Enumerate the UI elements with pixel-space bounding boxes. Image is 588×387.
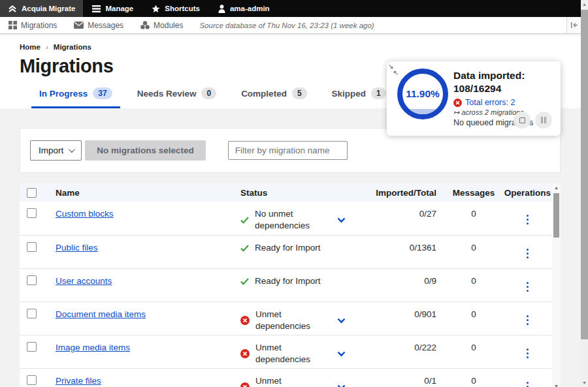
secondary-toolbar: Migrations Messages Modules Source datab… — [0, 17, 581, 34]
pause-import-button[interactable] — [535, 112, 552, 129]
migration-name-link[interactable]: Document media items — [56, 309, 146, 319]
row-checkbox[interactable] — [27, 309, 37, 318]
filter-migration-input[interactable] — [228, 141, 348, 160]
resize-arrow-up-left-icon: ↖ — [393, 70, 399, 76]
tab[interactable]: Needs Review 0 — [129, 87, 224, 108]
table-scrollbar[interactable]: ▲ ▼ — [552, 183, 561, 387]
scroll-up-arrow-icon[interactable]: ▲ — [552, 185, 561, 190]
import-dropdown-button[interactable]: Import — [30, 140, 82, 161]
tab-count-badge: 1 — [371, 87, 386, 99]
grid-icon — [8, 21, 17, 29]
table-scrollbar-thumb[interactable] — [553, 193, 559, 238]
toolbar-item-migrations[interactable]: Migrations — [0, 17, 65, 33]
status-text: Unmet dependencies — [255, 309, 331, 332]
toolbar-item-label: Modules — [154, 21, 183, 30]
row-checkbox[interactable] — [27, 375, 37, 385]
brand-acquia-migrate[interactable]: Acquia Migrate — [0, 0, 83, 17]
status-check-icon — [240, 245, 249, 252]
table-row: Private files Unmet dependencies 0/1 0 — [20, 368, 552, 387]
brand-label: Acquia Migrate — [22, 5, 75, 12]
tab-label: In Progress — [39, 89, 88, 99]
progress-ring: 11.90% — [397, 69, 448, 119]
migration-name-link[interactable]: User accounts — [56, 276, 112, 286]
kebab-menu-icon[interactable] — [523, 314, 533, 327]
expand-chevron-icon[interactable] — [337, 318, 346, 324]
messages-count: 0 — [444, 375, 503, 387]
pause-icon — [541, 117, 547, 123]
status-error-icon — [240, 349, 250, 358]
row-checkbox[interactable] — [27, 208, 37, 218]
scroll-down-arrow-icon[interactable]: ▼ — [552, 384, 561, 387]
imported-total-value: 0/901 — [356, 309, 444, 320]
messages-count: 0 — [444, 208, 503, 220]
admin-menu-user[interactable]: ama-admin — [209, 0, 279, 17]
tab-count-badge: 5 — [292, 87, 307, 99]
tab-label: Needs Review — [137, 89, 197, 99]
window-scrollbar-thumb[interactable] — [581, 10, 588, 339]
tab[interactable]: Skipped 1 — [324, 87, 394, 108]
admin-menu-shortcuts[interactable]: Shortcuts — [142, 0, 209, 17]
breadcrumb-migrations[interactable]: Migrations — [54, 43, 91, 51]
scroll-up-arrow-icon[interactable]: ▲ — [581, 2, 588, 7]
row-checkbox[interactable] — [27, 242, 37, 252]
select-all-checkbox[interactable] — [27, 188, 37, 198]
scroll-down-arrow-icon[interactable]: ▼ — [581, 380, 588, 385]
admin-menu-label: ama-admin — [230, 5, 270, 12]
status-check-icon — [240, 217, 249, 224]
messages-count: 0 — [444, 242, 503, 254]
modules-icon — [140, 21, 150, 29]
envelope-icon — [74, 22, 84, 29]
tab[interactable]: In Progress 37 — [31, 87, 120, 108]
import-button-label: Import — [39, 146, 63, 155]
breadcrumb-home[interactable]: Home — [20, 43, 41, 51]
selection-status-button[interactable]: No migrations selected — [85, 140, 206, 161]
admin-bar: Acquia Migrate Manage Shortcuts ama-admi… — [0, 0, 581, 17]
stop-import-button[interactable] — [514, 112, 531, 129]
imported-total-value: 0/1361 — [356, 242, 444, 254]
migration-name-link[interactable]: Public files — [56, 243, 98, 253]
admin-menu-manage[interactable]: Manage — [83, 0, 142, 17]
status-error-icon — [240, 382, 250, 387]
messages-count: 0 — [444, 342, 503, 354]
maps-to-arrow-icon: ↦ — [453, 108, 459, 116]
admin-menu-label: Manage — [105, 5, 133, 12]
row-checkbox[interactable] — [27, 275, 37, 285]
expand-chevron-icon[interactable] — [337, 384, 346, 387]
toolbar-item-label: Migrations — [21, 21, 57, 30]
kebab-menu-icon[interactable] — [523, 380, 533, 387]
progress-ring-fill — [402, 109, 443, 114]
migration-name-link[interactable]: Image media items — [56, 343, 130, 352]
window-scrollbar[interactable]: ▲ ▼ — [581, 0, 588, 387]
migration-name-link[interactable]: Private files — [56, 376, 101, 386]
expand-chevron-icon[interactable] — [337, 351, 346, 357]
admin-menu-label: Shortcuts — [165, 5, 200, 12]
kebab-menu-icon[interactable] — [523, 347, 533, 360]
status-text: Ready for Import — [255, 275, 321, 287]
tab-label: Skipped — [332, 89, 367, 99]
expand-chevron-icon[interactable] — [337, 217, 346, 223]
star-icon — [152, 5, 160, 13]
tab[interactable]: Completed 5 — [233, 87, 314, 108]
messages-count: 0 — [444, 309, 503, 320]
toolbar-item-label: Messages — [88, 21, 123, 30]
total-errors-link[interactable]: Total errors: 2 — [465, 98, 515, 107]
kebab-menu-icon[interactable] — [523, 213, 533, 226]
status-check-icon — [240, 278, 249, 285]
table-row: Image media items Unmet dependencies 0/2… — [20, 335, 552, 368]
imported-total-value: 0/222 — [356, 342, 444, 354]
double-chevron-up-icon — [8, 5, 17, 13]
collapse-toolbar-button[interactable] — [566, 17, 581, 33]
status-text: Ready for Import — [255, 242, 321, 254]
migration-name-link[interactable]: Custom blocks — [56, 209, 114, 219]
pin-left-icon — [570, 22, 578, 28]
imported-total-value: 0/9 — [356, 275, 444, 287]
column-header-name: Name — [56, 188, 240, 198]
kebab-menu-icon[interactable] — [523, 247, 533, 260]
kebab-menu-icon[interactable] — [523, 281, 533, 294]
status-text: Unmet dependencies — [255, 375, 331, 387]
toolbar-item-modules[interactable]: Modules — [132, 17, 191, 33]
toolbar-item-messages[interactable]: Messages — [65, 17, 132, 33]
row-checkbox[interactable] — [27, 342, 37, 352]
chevron-down-icon — [69, 146, 75, 153]
hamburger-icon — [92, 5, 101, 12]
